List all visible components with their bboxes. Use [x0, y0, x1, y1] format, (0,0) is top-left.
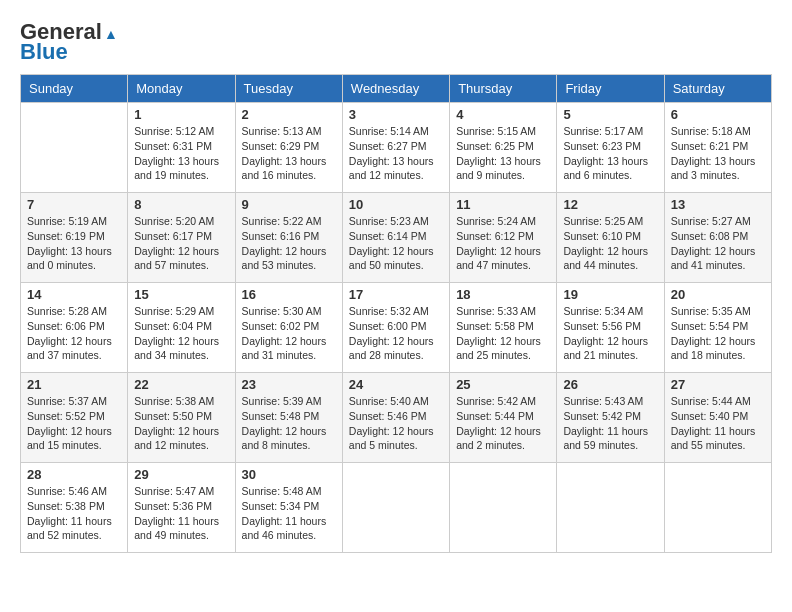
day-info: Sunrise: 5:25 AM Sunset: 6:10 PM Dayligh… [563, 214, 657, 273]
day-info: Sunrise: 5:20 AM Sunset: 6:17 PM Dayligh… [134, 214, 228, 273]
day-number: 25 [456, 377, 550, 392]
day-info: Sunrise: 5:13 AM Sunset: 6:29 PM Dayligh… [242, 124, 336, 183]
day-number: 22 [134, 377, 228, 392]
day-info: Sunrise: 5:30 AM Sunset: 6:02 PM Dayligh… [242, 304, 336, 363]
day-info: Sunrise: 5:34 AM Sunset: 5:56 PM Dayligh… [563, 304, 657, 363]
day-number: 3 [349, 107, 443, 122]
day-number: 5 [563, 107, 657, 122]
calendar-week-row: 21Sunrise: 5:37 AM Sunset: 5:52 PM Dayli… [21, 373, 772, 463]
calendar-cell: 8Sunrise: 5:20 AM Sunset: 6:17 PM Daylig… [128, 193, 235, 283]
day-number: 15 [134, 287, 228, 302]
calendar-cell: 23Sunrise: 5:39 AM Sunset: 5:48 PM Dayli… [235, 373, 342, 463]
day-info: Sunrise: 5:28 AM Sunset: 6:06 PM Dayligh… [27, 304, 121, 363]
calendar-cell: 19Sunrise: 5:34 AM Sunset: 5:56 PM Dayli… [557, 283, 664, 373]
calendar-cell: 10Sunrise: 5:23 AM Sunset: 6:14 PM Dayli… [342, 193, 449, 283]
day-number: 10 [349, 197, 443, 212]
day-number: 24 [349, 377, 443, 392]
day-number: 16 [242, 287, 336, 302]
day-info: Sunrise: 5:37 AM Sunset: 5:52 PM Dayligh… [27, 394, 121, 453]
calendar-week-row: 28Sunrise: 5:46 AM Sunset: 5:38 PM Dayli… [21, 463, 772, 553]
day-number: 13 [671, 197, 765, 212]
calendar-cell: 2Sunrise: 5:13 AM Sunset: 6:29 PM Daylig… [235, 103, 342, 193]
column-header-thursday: Thursday [450, 75, 557, 103]
day-info: Sunrise: 5:24 AM Sunset: 6:12 PM Dayligh… [456, 214, 550, 273]
day-info: Sunrise: 5:29 AM Sunset: 6:04 PM Dayligh… [134, 304, 228, 363]
column-header-friday: Friday [557, 75, 664, 103]
calendar-cell: 11Sunrise: 5:24 AM Sunset: 6:12 PM Dayli… [450, 193, 557, 283]
calendar-week-row: 14Sunrise: 5:28 AM Sunset: 6:06 PM Dayli… [21, 283, 772, 373]
day-info: Sunrise: 5:40 AM Sunset: 5:46 PM Dayligh… [349, 394, 443, 453]
day-info: Sunrise: 5:48 AM Sunset: 5:34 PM Dayligh… [242, 484, 336, 543]
calendar-cell: 3Sunrise: 5:14 AM Sunset: 6:27 PM Daylig… [342, 103, 449, 193]
day-number: 8 [134, 197, 228, 212]
column-header-saturday: Saturday [664, 75, 771, 103]
day-info: Sunrise: 5:43 AM Sunset: 5:42 PM Dayligh… [563, 394, 657, 453]
day-number: 28 [27, 467, 121, 482]
calendar-cell: 7Sunrise: 5:19 AM Sunset: 6:19 PM Daylig… [21, 193, 128, 283]
calendar-cell: 4Sunrise: 5:15 AM Sunset: 6:25 PM Daylig… [450, 103, 557, 193]
day-info: Sunrise: 5:22 AM Sunset: 6:16 PM Dayligh… [242, 214, 336, 273]
calendar-header-row: SundayMondayTuesdayWednesdayThursdayFrid… [21, 75, 772, 103]
day-info: Sunrise: 5:23 AM Sunset: 6:14 PM Dayligh… [349, 214, 443, 273]
calendar-cell: 17Sunrise: 5:32 AM Sunset: 6:00 PM Dayli… [342, 283, 449, 373]
day-number: 9 [242, 197, 336, 212]
day-number: 11 [456, 197, 550, 212]
calendar-cell: 30Sunrise: 5:48 AM Sunset: 5:34 PM Dayli… [235, 463, 342, 553]
day-number: 23 [242, 377, 336, 392]
calendar-cell: 16Sunrise: 5:30 AM Sunset: 6:02 PM Dayli… [235, 283, 342, 373]
day-info: Sunrise: 5:14 AM Sunset: 6:27 PM Dayligh… [349, 124, 443, 183]
day-number: 27 [671, 377, 765, 392]
day-number: 21 [27, 377, 121, 392]
column-header-sunday: Sunday [21, 75, 128, 103]
calendar-cell: 22Sunrise: 5:38 AM Sunset: 5:50 PM Dayli… [128, 373, 235, 463]
day-number: 17 [349, 287, 443, 302]
day-number: 2 [242, 107, 336, 122]
calendar-cell: 13Sunrise: 5:27 AM Sunset: 6:08 PM Dayli… [664, 193, 771, 283]
calendar-cell: 25Sunrise: 5:42 AM Sunset: 5:44 PM Dayli… [450, 373, 557, 463]
day-info: Sunrise: 5:38 AM Sunset: 5:50 PM Dayligh… [134, 394, 228, 453]
day-info: Sunrise: 5:15 AM Sunset: 6:25 PM Dayligh… [456, 124, 550, 183]
day-number: 29 [134, 467, 228, 482]
day-info: Sunrise: 5:17 AM Sunset: 6:23 PM Dayligh… [563, 124, 657, 183]
calendar-cell: 6Sunrise: 5:18 AM Sunset: 6:21 PM Daylig… [664, 103, 771, 193]
calendar-cell: 18Sunrise: 5:33 AM Sunset: 5:58 PM Dayli… [450, 283, 557, 373]
day-number: 1 [134, 107, 228, 122]
day-number: 14 [27, 287, 121, 302]
day-info: Sunrise: 5:39 AM Sunset: 5:48 PM Dayligh… [242, 394, 336, 453]
column-header-tuesday: Tuesday [235, 75, 342, 103]
day-number: 4 [456, 107, 550, 122]
calendar-week-row: 1Sunrise: 5:12 AM Sunset: 6:31 PM Daylig… [21, 103, 772, 193]
day-number: 18 [456, 287, 550, 302]
calendar-cell [557, 463, 664, 553]
calendar-cell: 21Sunrise: 5:37 AM Sunset: 5:52 PM Dayli… [21, 373, 128, 463]
calendar-cell: 5Sunrise: 5:17 AM Sunset: 6:23 PM Daylig… [557, 103, 664, 193]
day-number: 19 [563, 287, 657, 302]
day-info: Sunrise: 5:47 AM Sunset: 5:36 PM Dayligh… [134, 484, 228, 543]
page-header: General▲ Blue [20, 20, 772, 64]
calendar-cell: 9Sunrise: 5:22 AM Sunset: 6:16 PM Daylig… [235, 193, 342, 283]
day-info: Sunrise: 5:18 AM Sunset: 6:21 PM Dayligh… [671, 124, 765, 183]
day-info: Sunrise: 5:44 AM Sunset: 5:40 PM Dayligh… [671, 394, 765, 453]
calendar-cell: 1Sunrise: 5:12 AM Sunset: 6:31 PM Daylig… [128, 103, 235, 193]
day-number: 20 [671, 287, 765, 302]
calendar-cell [450, 463, 557, 553]
day-info: Sunrise: 5:12 AM Sunset: 6:31 PM Dayligh… [134, 124, 228, 183]
calendar-cell [342, 463, 449, 553]
column-header-wednesday: Wednesday [342, 75, 449, 103]
day-number: 6 [671, 107, 765, 122]
day-info: Sunrise: 5:33 AM Sunset: 5:58 PM Dayligh… [456, 304, 550, 363]
calendar-cell [664, 463, 771, 553]
calendar-cell [21, 103, 128, 193]
day-info: Sunrise: 5:27 AM Sunset: 6:08 PM Dayligh… [671, 214, 765, 273]
day-info: Sunrise: 5:19 AM Sunset: 6:19 PM Dayligh… [27, 214, 121, 273]
day-info: Sunrise: 5:32 AM Sunset: 6:00 PM Dayligh… [349, 304, 443, 363]
calendar-cell: 14Sunrise: 5:28 AM Sunset: 6:06 PM Dayli… [21, 283, 128, 373]
day-number: 12 [563, 197, 657, 212]
day-number: 30 [242, 467, 336, 482]
day-number: 26 [563, 377, 657, 392]
calendar-cell: 24Sunrise: 5:40 AM Sunset: 5:46 PM Dayli… [342, 373, 449, 463]
calendar-table: SundayMondayTuesdayWednesdayThursdayFrid… [20, 74, 772, 553]
day-info: Sunrise: 5:35 AM Sunset: 5:54 PM Dayligh… [671, 304, 765, 363]
column-header-monday: Monday [128, 75, 235, 103]
calendar-cell: 20Sunrise: 5:35 AM Sunset: 5:54 PM Dayli… [664, 283, 771, 373]
